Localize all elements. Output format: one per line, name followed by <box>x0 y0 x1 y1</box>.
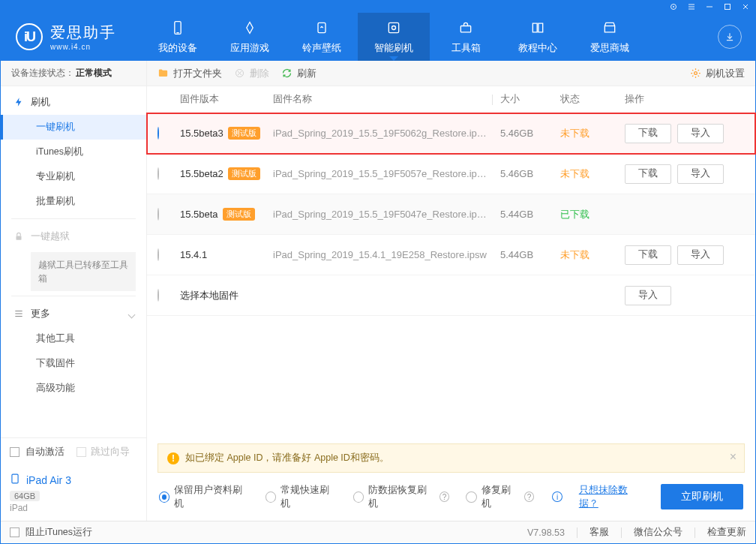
sidebar-group-label: 刷机 <box>31 95 50 109</box>
opt-label: 保留用户资料刷机 <box>174 483 248 510</box>
titlebar-settings-icon[interactable] <box>668 2 679 12</box>
import-button[interactable]: 导入 <box>677 164 724 184</box>
row-radio[interactable] <box>158 127 159 140</box>
titlebar-menu-icon[interactable] <box>686 2 697 12</box>
help-icon[interactable]: ? <box>524 491 534 502</box>
refresh-button[interactable]: 刷新 <box>281 67 316 80</box>
erase-data-link[interactable]: 只想抹除数据？ <box>579 483 644 510</box>
download-button[interactable]: 下载 <box>625 245 671 265</box>
info-icon[interactable]: i <box>552 491 562 502</box>
titlebar-maximize-icon[interactable] <box>722 2 733 12</box>
device-name[interactable]: iPad Air 3 <box>26 474 71 486</box>
svg-rect-3 <box>175 22 181 35</box>
chevron-down-icon <box>129 308 134 320</box>
svg-rect-8 <box>16 236 22 239</box>
music-icon <box>313 19 331 37</box>
opt-anti-recovery[interactable]: 防数据恢复刷机? <box>353 483 449 510</box>
sidebar-item-download-firmware[interactable]: 下载固件 <box>1 351 146 376</box>
row-radio[interactable] <box>158 289 159 302</box>
alert-close-icon[interactable]: × <box>730 450 736 464</box>
help-icon[interactable]: ? <box>440 491 449 502</box>
firmware-version: 选择本地固件 <box>177 289 273 302</box>
opt-keep-data[interactable]: 保留用户资料刷机 <box>159 483 249 510</box>
nav-store[interactable]: 爱思商城 <box>574 13 646 61</box>
refresh-label: 刷新 <box>297 67 316 80</box>
gear-icon <box>690 68 701 79</box>
store-icon <box>601 19 619 37</box>
opt-label: 防数据恢复刷机 <box>368 483 434 510</box>
row-radio[interactable] <box>158 167 159 180</box>
table-row[interactable]: 选择本地固件导入 <box>147 275 755 316</box>
svg-rect-6 <box>388 23 398 32</box>
nav-ringtone-wallpaper[interactable]: 铃声壁纸 <box>286 13 358 61</box>
beta-tag: 测试版 <box>228 127 260 140</box>
check-update-link[interactable]: 检查更新 <box>707 526 746 539</box>
sidebar-item-advanced[interactable]: 高级功能 <box>1 376 146 401</box>
th-version: 固件版本 <box>177 93 273 106</box>
firmware-size: 5.44GB <box>500 209 560 220</box>
flash-settings-button[interactable]: 刷机设置 <box>690 67 745 80</box>
divider <box>11 296 136 296</box>
svg-rect-5 <box>318 23 326 32</box>
radio-icon <box>266 491 276 503</box>
firmware-list: 15.5beta3 测试版iPad_Spring_2019_15.5_19F50… <box>147 113 755 316</box>
skip-guide: 跳过向导 <box>76 446 130 458</box>
nav-tutorials[interactable]: 教程中心 <box>502 13 574 61</box>
device-panel: iPad Air 3 64GB iPad <box>1 466 146 521</box>
sidebar-group-flash[interactable]: 刷机 <box>1 89 146 115</box>
table-row[interactable]: 15.5beta2 测试版iPad_Spring_2019_15.5_19F50… <box>147 154 755 194</box>
sidebar-group-more[interactable]: 更多 <box>1 301 146 326</box>
download-button[interactable]: 下载 <box>625 164 671 184</box>
auto-activate-checkbox[interactable] <box>10 447 20 457</box>
sidebar-group-label: 更多 <box>31 307 50 320</box>
main-nav: 我的设备 应用游戏 铃声壁纸 智能刷机 工具箱 教程中心 <box>142 13 704 61</box>
open-folder-button[interactable]: 打开文件夹 <box>158 67 222 80</box>
sidebar-item-itunes-flash[interactable]: iTunes刷机 <box>1 140 146 164</box>
sidebar-item-batch-flash[interactable]: 批量刷机 <box>1 189 146 214</box>
import-button[interactable]: 导入 <box>677 245 724 265</box>
titlebar-minimize-icon[interactable] <box>704 2 715 12</box>
firmware-status: 未下载 <box>560 127 625 140</box>
sidebar-item-one-key-flash[interactable]: 一键刷机 <box>1 115 146 140</box>
nav-apps-games[interactable]: 应用游戏 <box>214 13 286 61</box>
nav-toolbox[interactable]: 工具箱 <box>430 13 502 61</box>
device-type: iPad <box>10 503 137 513</box>
nav-label: 教程中心 <box>518 41 557 55</box>
wechat-link[interactable]: 微信公众号 <box>634 526 682 539</box>
block-itunes-checkbox[interactable] <box>10 527 20 537</box>
header-download-button[interactable] <box>718 25 742 49</box>
start-flash-button[interactable]: 立即刷机 <box>661 484 743 509</box>
book-icon <box>529 19 547 37</box>
conn-label: 设备连接状态： <box>11 67 74 80</box>
firmware-size: 5.44GB <box>500 249 560 260</box>
table-row[interactable]: 15.5beta3 测试版iPad_Spring_2019_15.5_19F50… <box>147 113 755 154</box>
logo: iU 爱思助手 www.i4.cn <box>1 23 128 51</box>
firmware-version: 15.4.1 <box>177 249 273 260</box>
titlebar-close-icon[interactable] <box>740 2 751 12</box>
device-capacity: 64GB <box>10 491 40 501</box>
row-radio[interactable] <box>158 208 159 221</box>
table-row[interactable]: 15.5beta 测试版iPad_Spring_2019_15.5_19F504… <box>147 194 755 235</box>
th-size: 大小 <box>500 93 560 106</box>
svg-point-11 <box>694 72 698 75</box>
sidebar-item-pro-flash[interactable]: 专业刷机 <box>1 164 146 189</box>
customer-service-link[interactable]: 客服 <box>590 526 609 539</box>
firmware-version: 15.5beta2 测试版 <box>177 167 273 180</box>
svg-rect-9 <box>12 474 18 483</box>
sidebar-item-other-tools[interactable]: 其他工具 <box>1 326 146 351</box>
sidebar: 设备连接状态： 正常模式 刷机 一键刷机 iTunes刷机 专业刷机 批量刷机 … <box>1 61 147 521</box>
nav-smart-flash[interactable]: 智能刷机 <box>358 13 430 61</box>
main-panel: 打开文件夹 删除 刷新 刷机设置 固件版本 固件名 <box>147 61 755 521</box>
opt-repair[interactable]: 修复刷机? <box>466 483 534 510</box>
connection-status: 设备连接状态： 正常模式 <box>1 61 146 86</box>
import-button[interactable]: 导入 <box>625 286 671 305</box>
download-button[interactable]: 下载 <box>625 124 671 143</box>
skip-guide-checkbox[interactable] <box>76 447 86 457</box>
import-button[interactable]: 导入 <box>677 124 724 143</box>
nav-my-device[interactable]: 我的设备 <box>142 13 214 61</box>
row-radio[interactable] <box>158 248 159 261</box>
version-label: V7.98.53 <box>527 527 565 538</box>
refresh-icon <box>281 68 292 79</box>
opt-normal-fast[interactable]: 常规快速刷机 <box>266 483 337 510</box>
table-row[interactable]: 15.4.1iPad_Spring_2019_15.4.1_19E258_Res… <box>147 235 755 275</box>
